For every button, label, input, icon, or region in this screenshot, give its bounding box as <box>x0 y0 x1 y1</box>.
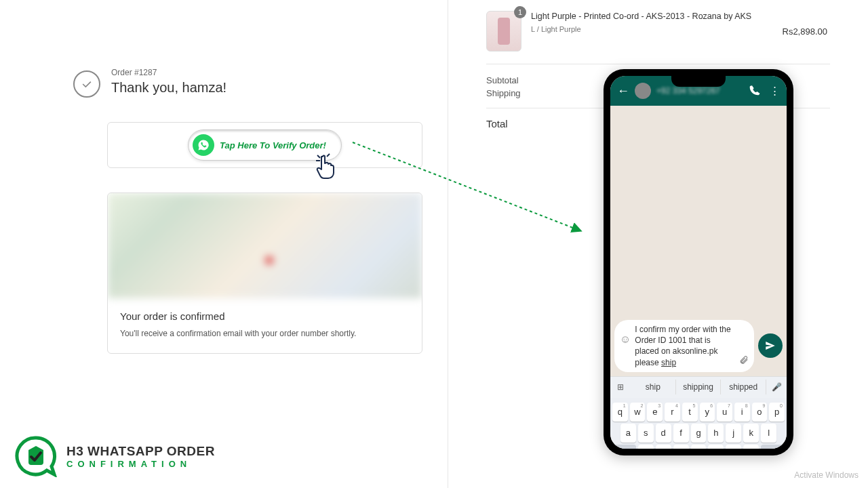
grid-icon[interactable]: ⊞ <box>610 382 631 392</box>
more-icon[interactable]: ⋮ <box>770 85 780 98</box>
product-name: Light Purple - Printed Co-ord - AKS-2013… <box>531 11 773 23</box>
shipping-label: Shipping <box>486 88 521 98</box>
suggestion[interactable]: ship <box>631 380 676 394</box>
key-p[interactable]: p0 <box>769 403 785 422</box>
verify-button-label: Tap Here To Verify Order! <box>220 140 326 150</box>
attach-icon[interactable] <box>739 355 749 367</box>
key-h[interactable]: h <box>708 424 724 443</box>
key-n[interactable]: n <box>726 445 741 449</box>
confirmation-card: Your order is confirmed You'll receive a… <box>107 192 422 354</box>
order-number: Order #1287 <box>111 68 226 77</box>
windows-watermark: Activate Windows <box>794 470 859 481</box>
whatsapp-icon <box>193 134 214 156</box>
key-c[interactable]: c <box>673 445 689 449</box>
send-button[interactable] <box>758 333 783 358</box>
product-price: Rs2,898.00 <box>783 26 828 37</box>
key-g[interactable]: g <box>691 424 707 443</box>
key-d[interactable]: d <box>656 424 671 443</box>
contact-number[interactable]: +92 334 5297267 <box>656 86 744 96</box>
key-z[interactable]: z <box>638 445 654 449</box>
brand-footer: H3 WHATSAPP ORDER CONFIRMATION <box>15 435 215 477</box>
chat-body[interactable] <box>610 106 787 316</box>
suggestion[interactable]: shipping <box>676 380 722 394</box>
phone-notch <box>671 76 726 87</box>
subtotal-label: Subtotal <box>486 75 519 85</box>
key-y[interactable]: y6 <box>700 403 715 422</box>
line-item: 1 Light Purple - Printed Co-ord - AKS-20… <box>448 7 868 64</box>
product-thumbnail: 1 <box>486 11 521 52</box>
key-w[interactable]: w2 <box>630 403 646 422</box>
key-q[interactable]: q1 <box>612 403 628 422</box>
message-input[interactable]: ☺ I confirm my order with the Order ID 1… <box>614 320 754 372</box>
keyboard-suggestions: ⊞ ship shipping shipped 🎤 <box>610 376 787 398</box>
key-s[interactable]: s <box>638 424 654 443</box>
key-f[interactable]: f <box>673 424 689 443</box>
keyboard: q1w2e3r4t5y6u7i8o9p0 asdfghjkl ⇧ zxcvbnm… <box>610 398 787 449</box>
confirmed-title: Your order is confirmed <box>120 310 410 322</box>
brand-logo-icon <box>15 435 57 477</box>
key-x[interactable]: x <box>656 445 671 449</box>
total-label: Total <box>486 118 508 129</box>
pointer-cursor-icon <box>313 152 340 185</box>
backspace-key[interactable]: ⌫ <box>761 445 785 449</box>
brand-title: H3 WHATSAPP ORDER <box>66 444 215 459</box>
thank-you-heading: Thank you, hamza! <box>111 80 226 96</box>
key-k[interactable]: k <box>743 424 759 443</box>
success-check-icon <box>73 70 100 98</box>
key-a[interactable]: a <box>620 424 636 443</box>
key-i[interactable]: i8 <box>734 403 750 422</box>
phone-mockup: ← +92 334 5297267 ⋮ ☺ I confirm my order… <box>604 69 793 455</box>
key-t[interactable]: t5 <box>682 403 698 422</box>
message-text: I confirm my order with the Order ID 100… <box>635 324 735 368</box>
brand-subtitle: CONFIRMATION <box>66 459 215 469</box>
product-variant: L / Light Purple <box>531 24 773 35</box>
suggestion[interactable]: shipped <box>721 380 766 394</box>
svg-line-0 <box>317 155 320 158</box>
key-l[interactable]: l <box>761 424 776 443</box>
key-u[interactable]: u7 <box>717 403 732 422</box>
contact-avatar[interactable] <box>635 83 651 99</box>
chat-input-row: ☺ I confirm my order with the Order ID 1… <box>610 316 787 376</box>
key-j[interactable]: j <box>726 424 741 443</box>
key-r[interactable]: r4 <box>665 403 680 422</box>
mic-icon[interactable]: 🎤 <box>766 382 787 392</box>
confirmed-body: You'll receive a confirmation email with… <box>120 329 410 338</box>
order-header: Order #1287 Thank you, hamza! <box>73 68 448 98</box>
map-preview <box>108 193 422 298</box>
key-b[interactable]: b <box>708 445 724 449</box>
key-v[interactable]: v <box>691 445 707 449</box>
call-icon[interactable] <box>749 85 760 98</box>
quantity-badge: 1 <box>514 6 526 18</box>
emoji-icon[interactable]: ☺ <box>620 333 631 346</box>
checkout-left-panel: Order #1287 Thank you, hamza! Tap Here T… <box>0 0 448 488</box>
key-m[interactable]: m <box>743 445 759 449</box>
key-o[interactable]: o9 <box>752 403 768 422</box>
svg-line-2 <box>327 154 330 157</box>
key-e[interactable]: e3 <box>647 403 663 422</box>
shift-key[interactable]: ⇧ <box>612 445 636 449</box>
verify-order-box: Tap Here To Verify Order! <box>107 122 422 168</box>
back-icon[interactable]: ← <box>617 84 629 98</box>
